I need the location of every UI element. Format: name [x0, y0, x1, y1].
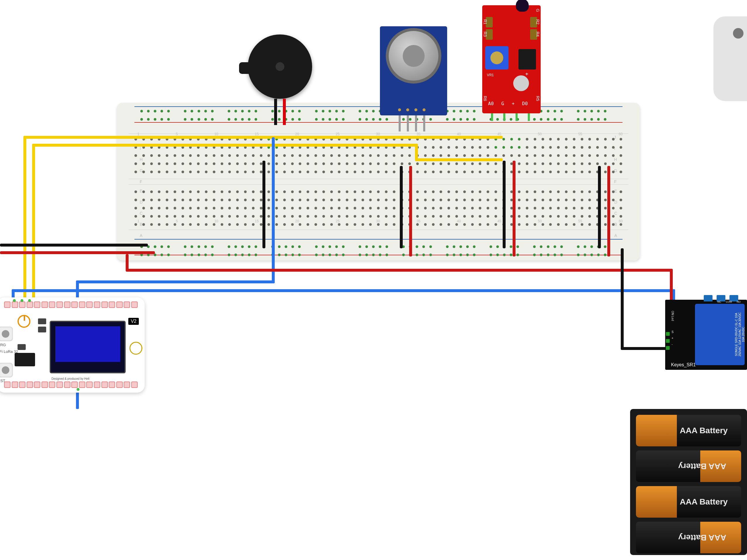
wire-black-relay-h	[621, 347, 672, 350]
bb-red-3	[513, 161, 516, 257]
prog-label: PRG	[0, 343, 6, 347]
r2-label: R2	[535, 19, 540, 25]
flame-pin-labels: A0 G + D0	[488, 101, 528, 106]
battery-cell-3: AAA Battery	[636, 486, 741, 518]
heltec-top-pins	[4, 301, 138, 309]
wire-blue-relay	[12, 289, 675, 292]
breadboard: F G H I J F G H I J A B C D E A	[117, 103, 640, 261]
battery-cell-1: AAA Battery	[636, 415, 741, 446]
wire-red-relay	[126, 269, 672, 272]
r6-label: R6	[483, 96, 488, 101]
r3-label: R3	[483, 31, 488, 37]
heltec-lora32-board: PRG RST Fi LoRa 32 V2 Designed & produce…	[0, 297, 145, 393]
wire-red-out	[0, 251, 155, 254]
wire-yellow-1v	[23, 136, 26, 305]
reset-label: RST	[0, 379, 5, 383]
battery-cell-2: AAA Battery	[636, 450, 741, 482]
bb-black-4	[598, 166, 601, 248]
row-letters-top-left: F G H I J	[140, 135, 143, 184]
footer-text: Designed & produced by Helt	[51, 377, 89, 380]
potentiometer	[485, 46, 509, 70]
wire-black-out	[0, 244, 148, 246]
comparator-chip	[518, 49, 536, 70]
piezo-buzzer	[248, 34, 312, 99]
relay-pin-labels: S + -	[672, 330, 674, 346]
relay-terminal-labels: NC COM NO	[718, 300, 741, 303]
power-icon	[18, 315, 30, 328]
plus-label: +	[523, 73, 530, 76]
buzzer-leg-gnd	[274, 99, 277, 125]
ir-led-icon	[516, 0, 529, 12]
battery-cell-4: AAA Battery	[636, 522, 741, 553]
prog-button[interactable]	[0, 327, 13, 341]
bb-red-4	[607, 166, 610, 257]
led-label: ON Led	[671, 311, 674, 321]
r5-label: R5	[535, 96, 540, 101]
heltec-bottom-pins	[4, 381, 138, 389]
wire-blue-buz	[272, 137, 275, 283]
g-label: G	[535, 9, 540, 12]
wire-yellow-2c	[415, 158, 503, 161]
antenna-connector-icon	[129, 342, 142, 355]
wire-yellow-2	[32, 144, 418, 146]
relay-input-pins	[666, 332, 670, 350]
wire-red-relay-v	[126, 254, 129, 270]
photodiode-window	[513, 75, 529, 91]
bb-black-1	[262, 161, 265, 248]
wire-blue-1	[76, 281, 275, 283]
wire-yellow-1	[23, 136, 503, 139]
relay-brand: Keyes_SR1	[671, 362, 696, 368]
reset-button[interactable]	[0, 363, 13, 377]
wire-black-relay	[621, 248, 624, 349]
bb-black-2	[400, 166, 403, 248]
relay-module: NC COM NO SONGLE SRD-05VDC-SL-C 10A 250V…	[665, 300, 747, 370]
soc-chip	[15, 353, 35, 366]
vr1-label: VR1	[487, 73, 494, 77]
bb-black-3	[503, 161, 506, 248]
r4-label: R4	[535, 31, 540, 37]
buzzer-leg-vcc	[283, 99, 286, 125]
flame-sensor: R1 R3 R2 R4 R6 R5 G + VR1 A0 G + D0	[482, 5, 541, 113]
gas-sensor	[380, 26, 447, 115]
bb-red-2	[409, 166, 412, 257]
battery-holder: AAA Battery AAA Battery AAA Battery AAA …	[630, 409, 747, 555]
oled-display	[50, 321, 126, 373]
wire-yellow-2v	[32, 144, 35, 305]
relay-body-text: SONGLE SRD-05VDC-SL-C 10A 250VAC 10A 125…	[735, 310, 742, 359]
version-badge: V2	[128, 318, 139, 325]
offscreen-component	[713, 16, 747, 101]
circuit-canvas: F G H I J F G H I J A B C D E A	[0, 0, 747, 560]
r1-label: R1	[483, 19, 488, 25]
wire-blue-heltec	[76, 392, 79, 409]
